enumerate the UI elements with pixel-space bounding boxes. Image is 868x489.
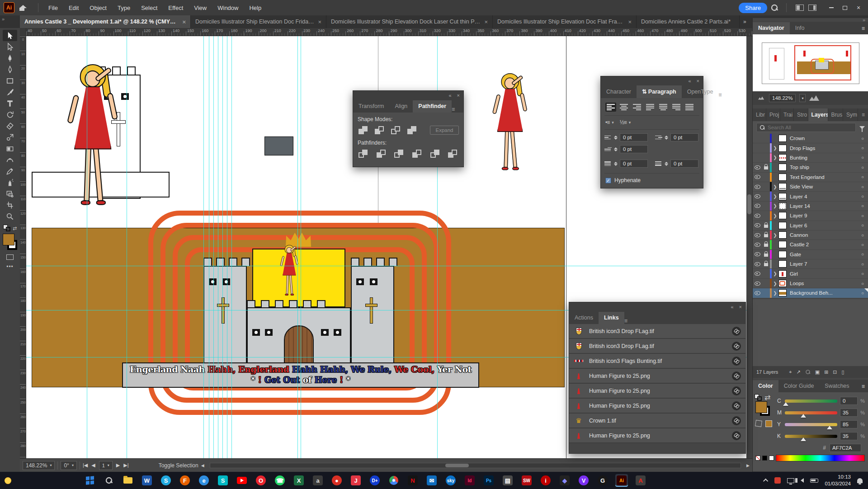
stepper[interactable]	[664, 162, 669, 166]
layer-row-background-beh-[interactable]: ❯Background Beh...○	[753, 288, 868, 298]
search-box[interactable]	[756, 123, 856, 132]
tab-actions[interactable]: Actions	[569, 312, 599, 324]
menu-help[interactable]: Help	[244, 0, 267, 15]
workspace-switcher-icon[interactable]	[808, 5, 816, 11]
github-icon[interactable]: G	[596, 474, 609, 487]
expand-chevron-icon[interactable]: ❯	[772, 281, 778, 286]
target-circle-icon[interactable]: ○	[857, 184, 868, 189]
maximize-button[interactable]	[838, 2, 852, 14]
cross-art[interactable]	[370, 297, 373, 324]
align-center-button[interactable]	[618, 103, 629, 112]
princess-art[interactable]	[280, 245, 299, 296]
target-circle-icon[interactable]: ○	[857, 203, 868, 208]
document-tab-5[interactable]: Domicilies Annies Castle 2 Parts.ai*	[637, 15, 740, 28]
close-tab-icon[interactable]: ×	[628, 19, 632, 25]
hyphenate-checkbox[interactable]: ✓	[605, 178, 611, 183]
tab-links[interactable]: Links	[599, 312, 624, 324]
battery-icon[interactable]	[810, 479, 818, 483]
filter-icon[interactable]	[859, 126, 865, 129]
girl-figure-art[interactable]	[66, 64, 119, 208]
last-color-swatch[interactable]	[765, 420, 772, 427]
panel-menu-icon[interactable]: ≡	[624, 318, 627, 324]
left-indent-field[interactable]: 0 pt	[620, 133, 648, 141]
notification-bell-icon[interactable]	[857, 478, 863, 483]
layer-thumbnail[interactable]	[778, 270, 787, 277]
link-row[interactable]: British icon3 Flags Bunting.tif	[569, 354, 745, 369]
panel-menu-icon[interactable]: ≡	[452, 106, 455, 113]
slider-track[interactable]	[785, 423, 837, 426]
acrobat-icon[interactable]: A	[634, 474, 647, 487]
target-circle-icon[interactable]: ○	[857, 146, 868, 150]
linked-chain-icon[interactable]	[732, 401, 741, 410]
close-panel-icon[interactable]: ×	[739, 304, 742, 310]
expand-chevron-icon[interactable]: ❯	[772, 194, 778, 199]
visibility-toggle[interactable]	[753, 272, 762, 276]
menu-window[interactable]: Window	[212, 0, 244, 15]
layer-thumbnail[interactable]	[778, 145, 787, 152]
layer-row-gate[interactable]: Gate○	[753, 250, 868, 259]
target-circle-icon[interactable]: ○	[857, 242, 868, 247]
visibility-toggle[interactable]	[753, 165, 762, 169]
visibility-toggle[interactable]	[753, 214, 762, 218]
layer-row-drop-flags[interactable]: ❯Drop Flags○	[753, 143, 868, 153]
tab-pathfinder[interactable]: Pathfinder	[413, 100, 452, 113]
swap-fill-stroke-icon[interactable]: ⇄	[764, 393, 770, 402]
artboard-number-select[interactable]: 1▾	[99, 461, 113, 470]
youtube-icon[interactable]	[236, 474, 248, 487]
pen-tool[interactable]	[3, 52, 17, 64]
girl-figure-art[interactable]	[492, 73, 528, 172]
dark-app-icon[interactable]: ◆	[558, 474, 571, 487]
skype-icon[interactable]: S	[160, 474, 172, 487]
target-circle-icon[interactable]: ○	[857, 165, 868, 170]
link-row[interactable]: British icon3 Drop FLag.tif	[569, 339, 745, 354]
slider-track[interactable]	[785, 411, 837, 414]
document-tab-2[interactable]: Domiciles Illustrator Ship Elevation Doc…	[191, 15, 326, 28]
close-panel-icon[interactable]: ×	[457, 93, 460, 98]
target-circle-icon[interactable]: ○	[857, 223, 868, 228]
visibility-toggle[interactable]	[753, 223, 762, 227]
target-circle-icon[interactable]: ○	[857, 213, 868, 218]
tab-character[interactable]: Character	[601, 86, 637, 98]
trim-icon[interactable]	[376, 149, 387, 159]
last-artboard-button[interactable]: ▶|	[123, 462, 128, 468]
search-layer-icon[interactable]	[806, 370, 810, 374]
layer-row-layer-4[interactable]: ❯Layer 4○	[753, 192, 868, 201]
tab-align[interactable]: Align	[390, 100, 413, 113]
horizontal-scrollbar[interactable]	[210, 463, 741, 468]
home-icon[interactable]	[17, 3, 29, 13]
weather-icon[interactable]	[5, 477, 11, 484]
visibility-toggle[interactable]	[753, 243, 762, 247]
tab-color-guide[interactable]: Color Guide	[778, 380, 820, 392]
start-icon[interactable]	[84, 474, 96, 487]
layer-thumbnail[interactable]	[778, 280, 787, 287]
selection-tool[interactable]	[3, 30, 17, 41]
space-after-field[interactable]: 0 pt	[670, 160, 698, 168]
document-tab-4[interactable]: Domiciles Illustrator Ship Elevation Doc…	[493, 15, 637, 28]
photoshop-icon[interactable]: Ps	[482, 474, 495, 487]
ruler-origin-corner[interactable]	[20, 28, 26, 36]
expand-chevron-icon[interactable]: ❯	[772, 233, 778, 238]
tab-transform[interactable]: Transform	[353, 100, 390, 113]
expand-button[interactable]: Expand	[430, 126, 459, 135]
fill-stroke-indicator[interactable]	[2, 234, 18, 251]
tray-app-icon[interactable]	[774, 477, 781, 484]
cross-art[interactable]	[365, 304, 377, 307]
lock-toggle[interactable]	[762, 242, 770, 247]
divide-icon[interactable]	[358, 149, 369, 159]
layer-thumbnail[interactable]	[778, 212, 787, 219]
justify-last-right-button[interactable]	[671, 103, 682, 112]
dock-tab-sym[interactable]: Sym	[843, 108, 858, 121]
screen-mode-icon[interactable]	[6, 254, 14, 260]
word-icon[interactable]: W	[141, 474, 153, 487]
search-icon[interactable]	[103, 474, 115, 487]
downloader-icon[interactable]: J	[349, 474, 362, 487]
collect-for-export-icon[interactable]: ⌖	[789, 369, 792, 375]
numbered-list-icon[interactable]: ½≡	[620, 119, 627, 126]
lock-toggle[interactable]	[762, 165, 770, 169]
layer-row-crown[interactable]: Crown○	[753, 134, 868, 143]
lock-toggle[interactable]	[762, 262, 770, 266]
next-artboard-button[interactable]: ▶	[116, 462, 120, 468]
edit-toolbar-dots-icon[interactable]: •••	[6, 263, 14, 270]
layer-thumbnail[interactable]	[778, 251, 787, 258]
close-button[interactable]: ×	[852, 2, 865, 14]
